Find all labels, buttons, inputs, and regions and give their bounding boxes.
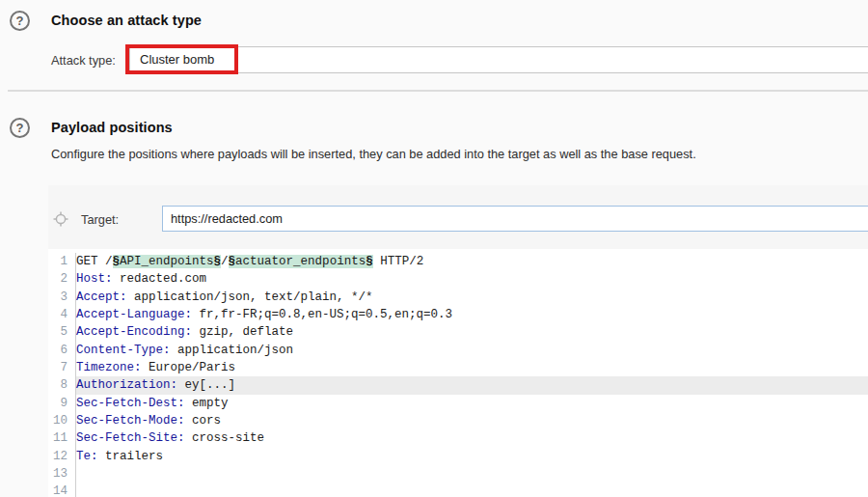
request-line[interactable]: 4Accept-Language: fr,fr-FR;q=0.8,en-US;q… bbox=[48, 306, 868, 323]
line-content: Te: trailers bbox=[71, 450, 163, 463]
request-line[interactable]: 7Timezone: Europe/Paris bbox=[48, 359, 868, 376]
header-name: Sec-Fetch-Dest: bbox=[76, 397, 185, 410]
request-line[interactable]: 6Content-Type: application/json bbox=[48, 342, 868, 359]
line-number: 8 bbox=[48, 376, 71, 394]
line-number: 2 bbox=[48, 270, 71, 288]
intruder-page: ? Choose an attack type Attack type: Clu… bbox=[0, 0, 868, 497]
line-content: Authorization: ey[...] bbox=[71, 378, 235, 392]
header-name: Sec-Fetch-Mode: bbox=[76, 414, 185, 428]
request-line[interactable]: 3Accept: application/json, text/plain, *… bbox=[48, 289, 868, 306]
line-number: 5 bbox=[48, 323, 71, 341]
request-line[interactable]: 5Accept-Encoding: gzip, deflate bbox=[48, 323, 868, 341]
line-content: Sec-Fetch-Mode: cors bbox=[71, 414, 221, 428]
line-number: 11 bbox=[48, 429, 71, 447]
header-name: Sec-Fetch-Site: bbox=[76, 431, 185, 445]
payload-position-marker: § bbox=[229, 255, 236, 268]
request-line[interactable]: 13 bbox=[48, 465, 868, 483]
header-name: Accept-Encoding: bbox=[76, 325, 192, 339]
header-name: Host: bbox=[76, 272, 113, 286]
request-line[interactable]: 9Sec-Fetch-Dest: empty bbox=[48, 395, 868, 412]
line-content: GET /§API_endpoints§/§actuator_endpoints… bbox=[71, 255, 423, 268]
line-content bbox=[71, 484, 76, 497]
line-content: Accept: application/json, text/plain, */… bbox=[71, 290, 373, 304]
line-content: Host: redacted.com bbox=[71, 272, 206, 286]
line-number: 10 bbox=[48, 412, 71, 429]
request-line[interactable]: 1GET /§API_endpoints§/§actuator_endpoint… bbox=[48, 253, 868, 270]
request-line[interactable]: 2Host: redacted.com bbox=[48, 270, 868, 288]
line-content bbox=[71, 467, 76, 481]
payload-positions-section-title: Payload positions bbox=[51, 120, 173, 135]
attack-type-section-title: Choose an attack type bbox=[51, 13, 202, 28]
header-name: Accept: bbox=[76, 290, 127, 304]
request-line[interactable]: 12Te: trailers bbox=[48, 448, 868, 465]
request-text: application/json bbox=[171, 344, 294, 357]
line-number: 13 bbox=[48, 465, 71, 483]
target-label: Target: bbox=[81, 212, 119, 227]
target-toolbar: Target: bbox=[48, 185, 868, 249]
request-line[interactable]: 11Sec-Fetch-Site: cross-site bbox=[48, 429, 868, 447]
line-number: 7 bbox=[48, 359, 71, 376]
request-line-selected[interactable]: 8Authorization: ey[...] bbox=[48, 376, 868, 394]
request-text: GET / bbox=[76, 255, 113, 268]
request-editor[interactable]: 1GET /§API_endpoints§/§actuator_endpoint… bbox=[48, 249, 868, 497]
line-number: 6 bbox=[48, 342, 71, 359]
request-text: Europe/Paris bbox=[142, 361, 236, 374]
line-number: 9 bbox=[48, 395, 71, 412]
line-number: 1 bbox=[48, 253, 71, 270]
line-content: Sec-Fetch-Site: cross-site bbox=[71, 431, 264, 445]
header-name: Authorization: bbox=[76, 378, 177, 392]
header-name: Accept-Language: bbox=[76, 308, 192, 321]
request-text: / bbox=[221, 255, 229, 268]
line-content: Timezone: Europe/Paris bbox=[71, 361, 235, 374]
request-line[interactable]: 14 bbox=[48, 483, 868, 497]
target-url-input[interactable] bbox=[162, 206, 868, 232]
help-icon[interactable]: ? bbox=[10, 11, 30, 31]
request-text: cross-site bbox=[185, 431, 265, 445]
line-number: 12 bbox=[48, 448, 71, 465]
payload-position-marker: § bbox=[113, 255, 121, 268]
request-text: application/json, text/plain, */* bbox=[127, 290, 373, 304]
request-text: empty bbox=[185, 397, 229, 410]
request-text: trailers bbox=[98, 450, 164, 463]
header-name: Timezone: bbox=[76, 361, 142, 374]
request-line[interactable]: 10Sec-Fetch-Mode: cors bbox=[48, 412, 868, 429]
payload-position-marker: § bbox=[214, 255, 222, 268]
payload-positions-description: Configure the positions where payloads w… bbox=[51, 147, 696, 161]
request-text: HTTP/2 bbox=[373, 255, 424, 268]
header-name: Content-Type: bbox=[76, 344, 171, 357]
request-text: redacted.com bbox=[113, 272, 207, 286]
payload-position: API_endpoints bbox=[120, 255, 214, 268]
target-crosshair-icon bbox=[53, 211, 68, 227]
line-content: Content-Type: application/json bbox=[71, 344, 293, 357]
help-icon[interactable]: ? bbox=[10, 118, 30, 138]
header-name: Te: bbox=[76, 450, 98, 463]
payload-positions-panel: Target: 1GET /§API_endpoints§/§actuator_… bbox=[48, 185, 868, 497]
line-number: 4 bbox=[48, 306, 71, 323]
request-text: gzip, deflate bbox=[192, 325, 293, 339]
request-text: cors bbox=[185, 414, 222, 428]
request-text: fr,fr-FR;q=0.8,en-US;q=0.5,en;q=0.3 bbox=[192, 308, 452, 321]
attack-type-dropdown[interactable]: Cluster bomb bbox=[129, 46, 868, 73]
payload-position: actuator_endpoints bbox=[235, 255, 366, 268]
section-divider bbox=[8, 90, 868, 92]
line-content: Accept-Language: fr,fr-FR;q=0.8,en-US;q=… bbox=[71, 308, 452, 321]
payload-position-marker: § bbox=[366, 255, 373, 268]
attack-type-label: Attack type: bbox=[51, 53, 116, 68]
request-text: ey[...] bbox=[177, 378, 235, 392]
line-content: Accept-Encoding: gzip, deflate bbox=[71, 325, 293, 339]
line-number: 14 bbox=[48, 483, 71, 497]
line-number: 3 bbox=[48, 289, 71, 306]
line-content: Sec-Fetch-Dest: empty bbox=[71, 397, 229, 410]
